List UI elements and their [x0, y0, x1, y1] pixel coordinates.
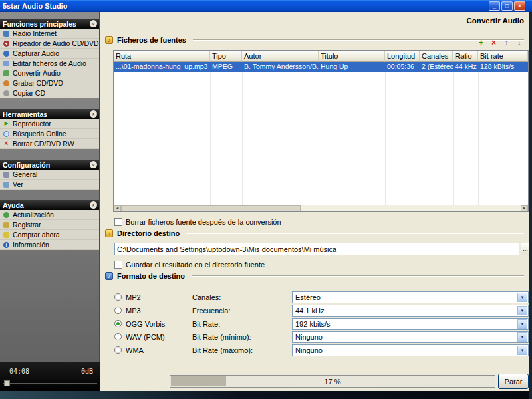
conversion-progress-bar: 17 % [170, 375, 495, 388]
column-header-canales[interactable]: Canales [420, 51, 453, 62]
sidebar-item-convert-audio[interactable]: Convertir Audio [0, 68, 99, 78]
sidebar-section-main-functions: Funciones principales « Radio Internet R… [0, 19, 99, 98]
sidebar-item-view[interactable]: Ver [0, 180, 99, 190]
sidebar-item-information[interactable]: Información [0, 240, 99, 250]
section-items: Radio Internet Ripeador de Audio CD/DVD … [0, 29, 99, 98]
destination-path-input[interactable] [114, 243, 519, 255]
sidebar-item-edit-audio-files[interactable]: Editar ficheros de Audio [0, 59, 99, 68]
slider-thumb[interactable] [4, 380, 10, 386]
section-title: Configuración [3, 161, 50, 169]
frecuencia-select[interactable]: 44.1 kHz ▼ [292, 305, 529, 317]
setting-label-bitrate-min: Bit Rate (mínimo): [192, 333, 292, 341]
sidebar-item-register[interactable]: Registrar [0, 220, 99, 230]
scroll-right-button[interactable]: ► [521, 205, 528, 211]
erase-icon [3, 141, 9, 147]
save-in-source-checkbox[interactable] [114, 261, 122, 269]
sidebar-item-radio-internet[interactable]: Radio Internet [0, 29, 99, 39]
sidebar-item-online-search[interactable]: Búsqueda Online [0, 129, 99, 139]
format-radio-mp3[interactable] [114, 307, 122, 314]
move-down-icon[interactable]: ↓ [514, 37, 524, 47]
chevron-down-icon[interactable]: ▼ [517, 319, 527, 329]
collapse-button[interactable]: « [90, 201, 97, 209]
sidebar-section-tools: Herramientas « Reproductor Búsqueda Onli… [0, 109, 99, 149]
sidebar-item-copy-cd[interactable]: Copiar CD [0, 88, 99, 98]
column-divider [478, 72, 479, 205]
format-radio-ogg-vorbis[interactable] [114, 320, 122, 327]
column-header-longitud[interactable]: Longitud [385, 51, 420, 62]
sources-section-header: ♪ Ficheros de fuentes [105, 35, 524, 45]
radio-internet-icon [3, 31, 9, 37]
view-icon [3, 182, 9, 188]
cell-ruta: ...\01-madonna-hung_up.mp3 [114, 62, 210, 72]
format-row-wma: WMA Bit Rate (máximo): Ninguno ▼ [114, 344, 529, 356]
column-header-ratio[interactable]: Ratio [453, 51, 478, 62]
setting-label-canales: Canales: [192, 293, 292, 301]
maximize-button[interactable]: □ [501, 1, 513, 11]
close-button[interactable]: × [514, 1, 525, 11]
update-icon [3, 212, 9, 218]
sidebar-item-cd-ripper[interactable]: Ripeador de Audio CD/DVD [0, 39, 99, 49]
cell-canales: 2 (Estéreo) [420, 62, 453, 72]
column-header-autor[interactable]: Autor [242, 51, 319, 62]
sources-section-title: Ficheros de fuentes [117, 36, 186, 44]
collapse-button[interactable]: « [90, 110, 97, 118]
column-divider [242, 72, 243, 205]
format-option-label: WMA [126, 346, 192, 354]
cd-ripper-icon [3, 41, 9, 47]
sidebar-item-buy-now[interactable]: Comprar ahora [0, 230, 99, 240]
collapse-button[interactable]: « [90, 20, 97, 27]
delete-source-checkbox[interactable] [114, 218, 122, 226]
progress-label: 17 % [170, 378, 495, 386]
format-radio-wav[interactable] [114, 333, 122, 340]
bitrate-select[interactable]: 192 kbits/s ▼ [292, 318, 529, 330]
sidebar-item-update[interactable]: Actualización [0, 210, 99, 220]
bitrate-min-select[interactable]: Ninguno ▼ [292, 331, 529, 343]
scroll-left-button[interactable]: ◄ [114, 205, 121, 211]
bitrate-max-select[interactable]: Ninguno ▼ [292, 344, 529, 356]
format-row-mp2: MP2 Canales: Estéreo ▼ [114, 291, 529, 303]
format-section-header: ♪ Formato de destino [105, 271, 524, 281]
column-header-bitrate[interactable]: Bit rate [478, 51, 528, 62]
format-radio-mp2[interactable] [114, 293, 122, 301]
delete-source-after-conversion-row: Borrar ficheros fuente después de la con… [114, 217, 281, 226]
section-items: General Ver [0, 170, 99, 190]
column-header-titulo[interactable]: Titulo [319, 51, 385, 62]
format-option-label: MP3 [126, 307, 192, 315]
move-up-icon[interactable]: ↑ [501, 37, 511, 47]
column-divider [453, 72, 454, 205]
format-option-label: MP2 [126, 293, 192, 301]
cell-autor: B. Tommy Andersson/B... [242, 62, 319, 72]
seek-slider[interactable] [3, 380, 97, 386]
column-header-tipo[interactable]: Tipo [210, 51, 242, 62]
bottom-edge [0, 391, 532, 399]
table-row-selected[interactable]: ...\01-madonna-hung_up.mp3 MPEG B. Tommy… [114, 62, 528, 72]
add-files-icon[interactable]: + [476, 37, 486, 47]
select-value: Estéreo [295, 293, 321, 301]
scrollbar-thumb[interactable] [121, 205, 301, 211]
section-items: Actualización Registrar Comprar ahora In… [0, 210, 99, 250]
sidebar-item-erase-cd-rw[interactable]: Borrar CD/DVD RW [0, 139, 99, 149]
stop-button[interactable]: Parar [498, 374, 529, 389]
setting-label-frecuencia: Frecuencia: [192, 307, 292, 315]
chevron-down-icon[interactable]: ▼ [517, 332, 527, 342]
edit-audio-icon [3, 61, 9, 66]
chevron-down-icon[interactable]: ▼ [517, 293, 527, 302]
format-radio-wma[interactable] [114, 346, 122, 354]
remove-file-icon[interactable]: × [489, 37, 499, 47]
sidebar-item-burn-cd-dvd[interactable]: Grabar CD/DVD [0, 78, 99, 88]
scrollbar-track[interactable] [121, 205, 521, 211]
minimize-button[interactable]: _ [489, 1, 500, 11]
collapse-button[interactable]: « [90, 161, 97, 168]
save-in-source-label: Guardar el resultado en el directorio fu… [126, 261, 265, 269]
chevron-down-icon[interactable]: ▼ [517, 346, 527, 355]
canales-select[interactable]: Estéreo ▼ [292, 291, 529, 303]
table-horizontal-scrollbar[interactable]: ◄ ► [114, 205, 528, 211]
cell-titulo: Hung Up [319, 62, 385, 72]
sidebar-item-general[interactable]: General [0, 170, 99, 180]
slider-track[interactable] [3, 383, 97, 384]
sidebar-item-capture-audio[interactable]: Capturar Audio [0, 49, 99, 59]
column-header-ruta[interactable]: Ruta [114, 51, 210, 62]
chevron-down-icon[interactable]: ▼ [517, 306, 527, 315]
sidebar-item-player[interactable]: Reproductor [0, 119, 99, 129]
setting-label-bitrate-max: Bit Rate (máximo): [192, 346, 292, 354]
